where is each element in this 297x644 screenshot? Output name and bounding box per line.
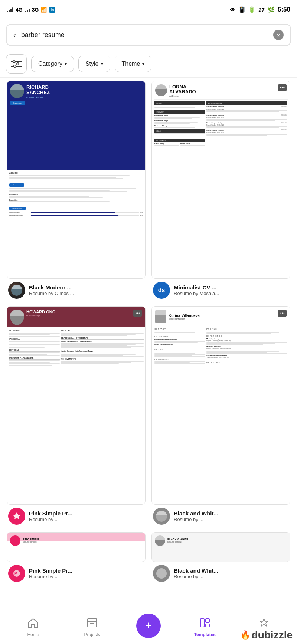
avatar-richard [8, 282, 25, 299]
4g-label: 4G [16, 7, 23, 13]
bottom-resume-info-baw: Black and Whit... Resume by ... [151, 562, 290, 583]
filter-sliders-icon [11, 60, 22, 68]
svg-point-3 [17, 63, 19, 65]
battery-leaf-icon: 🌿 [268, 6, 275, 13]
watermark-text: dubizzle [252, 629, 293, 641]
status-bar: 4G 3G 📶 in 👁 📳 🔋 27 🌿 5:50 [0, 0, 297, 19]
search-query[interactable]: barber resume [21, 31, 268, 39]
battery-icon: 🔋 [248, 6, 255, 13]
search-bar: ‹ barber resume × [6, 24, 291, 46]
resume-title-lorna: Minimalist CV ... [174, 284, 289, 291]
create-new-button[interactable]: + [136, 614, 161, 638]
nav-projects[interactable]: Projects [77, 618, 107, 637]
wifi-icon: 📶 [41, 7, 47, 13]
eye-icon: 👁 [230, 7, 235, 13]
theme-filter-button[interactable]: Theme ▾ [115, 56, 152, 72]
bottom-results-grid: PINK SIMPLE Resume Template P Pink Simpl… [0, 529, 297, 586]
pink-simple-logo-icon: P [13, 569, 21, 577]
resume-author-richard: Resume by Olmos ... [29, 291, 144, 296]
resume-preview-korina: ••• Korina Villanueva Marketing Manager [152, 307, 290, 504]
style-chevron-icon: ▾ [101, 61, 103, 67]
avatar-korina [153, 508, 170, 525]
status-left: 4G 3G 📶 in [7, 7, 55, 13]
resume-title-howard: Pink Simple Pr... [29, 510, 144, 517]
linkedin-badge: in [49, 7, 55, 13]
plus-icon: + [145, 619, 152, 632]
templates-icon [199, 618, 210, 631]
three-dots-button-lorna[interactable]: ••• [278, 84, 287, 91]
resume-meta-korina: Black and Whit... Resume by ... [174, 510, 289, 522]
clear-button[interactable]: × [273, 30, 284, 40]
resume-card-howard[interactable]: ••• HOWARD ONG Financial Analyst My Cont [7, 306, 146, 504]
style-label: Style [85, 61, 99, 67]
watermark: 🔥 dubizzle [236, 626, 297, 644]
resume-title-korina: Black and Whit... [174, 510, 289, 517]
nav-templates[interactable]: Templates [190, 618, 220, 637]
resume-author-korina: Resume by ... [174, 517, 289, 522]
svg-rect-13 [206, 619, 209, 622]
resume-preview-howard: ••• HOWARD ONG Financial Analyst My Cont [7, 307, 145, 504]
signal-4g-bars [7, 7, 13, 12]
theme-label: Theme [122, 61, 140, 67]
theme-chevron-icon: ▾ [142, 61, 144, 67]
3g-label: 3G [32, 7, 39, 13]
resume-author-pink: Resume by ... [29, 574, 144, 579]
filter-options-button[interactable] [6, 54, 27, 74]
avatar-lorna: ds [153, 282, 170, 299]
list-item: ••• LORNA ALVARADO Art Director [148, 78, 293, 303]
resume-card-richard[interactable]: RICHARD SANCHEZ Product Designer Experie… [7, 81, 146, 279]
avatar-howard [8, 508, 25, 525]
projects-icon [87, 618, 98, 631]
avatar-pink-simple: P [8, 565, 25, 582]
category-label: Category [38, 61, 62, 67]
resume-author-howard: Resume by ... [29, 517, 144, 522]
resume-title-richard: Black Modern ... [29, 284, 144, 291]
list-item: BLACK & WHITE Resume Template Black and … [148, 529, 293, 586]
svg-text:P: P [14, 572, 17, 576]
style-filter-button[interactable]: Style ▾ [78, 56, 110, 72]
resume-meta-pink: Pink Simple Pr... Resume by ... [29, 567, 144, 579]
resume-preview-richard: RICHARD SANCHEZ Product Designer Experie… [7, 81, 145, 278]
results-grid: RICHARD SANCHEZ Product Designer Experie… [0, 78, 297, 529]
bottom-resume-card-baw[interactable]: BLACK & WHITE Resume Template [151, 532, 290, 562]
ds-logo: ds [158, 287, 165, 294]
svg-rect-12 [200, 619, 204, 627]
nav-home[interactable]: Home [18, 618, 48, 637]
svg-point-1 [13, 61, 15, 63]
phone-vibrate-icon: 📳 [238, 6, 245, 13]
resume-author-baw: Resume by ... [174, 574, 289, 579]
resume-meta-baw: Black and Whit... Resume by ... [174, 567, 289, 579]
bottom-resume-card-pink[interactable]: PINK SIMPLE Resume Template [7, 532, 146, 562]
avatar-black-white [153, 565, 170, 582]
home-icon [27, 618, 39, 631]
svg-rect-14 [206, 624, 209, 627]
resume-card-lorna[interactable]: ••• LORNA ALVARADO Art Director [151, 81, 290, 279]
category-filter-button[interactable]: Category ▾ [31, 56, 74, 72]
three-dots-button-korina[interactable]: ••• [278, 310, 287, 317]
category-chevron-icon: ▾ [65, 61, 67, 67]
list-item: ••• HOWARD ONG Financial Analyst My Cont [4, 303, 148, 529]
three-dots-button-howard[interactable]: ••• [133, 310, 142, 317]
resume-title-baw: Black and Whit... [174, 567, 289, 574]
time-display: 5:50 [278, 6, 290, 13]
resume-author-lorna: Resume by Mosala... [174, 291, 289, 296]
projects-nav-label: Projects [84, 632, 100, 637]
resume-meta-lorna: Minimalist CV ... Resume by Mosala... [174, 284, 289, 296]
resume-meta-howard: Pink Simple Pr... Resume by ... [29, 510, 144, 522]
clear-icon: × [277, 32, 280, 38]
resume-meta-richard: Black Modern ... Resume by Olmos ... [29, 284, 144, 296]
battery-percent: 27 [258, 7, 265, 13]
list-item: PINK SIMPLE Resume Template P Pink Simpl… [4, 529, 148, 586]
back-button[interactable]: ‹ [13, 31, 16, 39]
signal-3g-bars [25, 7, 30, 12]
list-item: RICHARD SANCHEZ Product Designer Experie… [4, 78, 148, 303]
filter-bar: Category ▾ Style ▾ Theme ▾ [0, 51, 297, 78]
resume-info-richard: Black Modern ... Resume by Olmos ... [7, 279, 146, 300]
pink-logo-icon [12, 512, 21, 521]
flame-icon: 🔥 [240, 630, 250, 640]
resume-card-korina[interactable]: ••• Korina Villanueva Marketing Manager [151, 306, 290, 504]
list-item: ••• Korina Villanueva Marketing Manager [148, 303, 293, 529]
resume-info-lorna: ds Minimalist CV ... Resume by Mosala... [151, 279, 290, 300]
home-nav-label: Home [27, 632, 39, 637]
svg-rect-9 [88, 619, 97, 621]
